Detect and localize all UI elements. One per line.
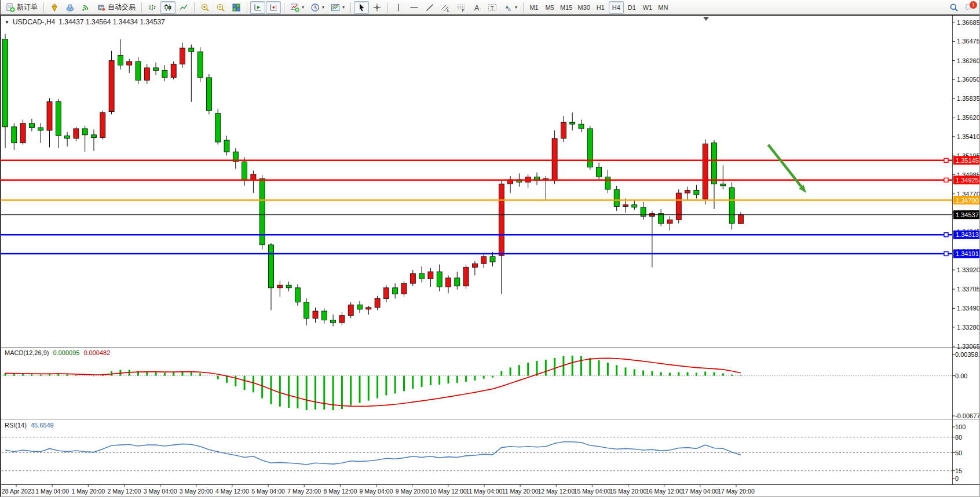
candle-body — [136, 61, 141, 80]
candle-body — [570, 122, 575, 124]
candle-body — [127, 61, 132, 65]
time-tick-label: 17 May 20:00 — [718, 488, 755, 495]
candle-body — [118, 55, 123, 65]
candle-body — [224, 140, 229, 152]
candle-body — [269, 245, 274, 288]
macd-tick-label: 0.00 — [955, 372, 967, 379]
time-tick-label: 3 May 20:00 — [180, 488, 213, 495]
candle-body — [286, 285, 291, 288]
hline-handle[interactable] — [944, 178, 948, 182]
price-tag-label: 1.34700 — [956, 197, 979, 204]
price-tick-label: 1.35410 — [957, 133, 980, 140]
arrow-annotation[interactable] — [768, 145, 806, 193]
candle-body — [348, 305, 353, 316]
candle-body — [685, 191, 690, 193]
time-tick-label: 16 May 12:00 — [646, 488, 683, 495]
time-tick-label: 1 May 20:00 — [71, 488, 105, 495]
candle-body — [694, 191, 699, 195]
candle-body — [357, 305, 363, 309]
candle-body — [321, 311, 327, 320]
rsi-value: 45.6549 — [31, 422, 54, 429]
price-tick-label: 1.36475 — [957, 38, 980, 45]
price-tick-label: 1.33065 — [957, 343, 980, 350]
candle-body — [100, 112, 105, 137]
candle-body — [65, 136, 70, 138]
rsi-label: RSI(14) 45.6549 — [5, 422, 54, 429]
chart-canvas[interactable]: 1.366851.364751.362601.360501.358351.356… — [1, 0, 980, 497]
rsi-tick-label: 50 — [955, 450, 962, 456]
time-tick-label: 1 May 04:00 — [35, 488, 69, 495]
chart-shift-marker[interactable] — [703, 17, 709, 21]
price-tag-label: 1.35145 — [956, 157, 979, 164]
chart-ohlc-values: 1.34437 1.34564 1.34434 1.34537 — [58, 18, 165, 26]
time-tick-label: 17 May 04:00 — [682, 488, 719, 495]
candle-body — [313, 311, 318, 318]
candle-body — [446, 278, 451, 287]
candle-body — [92, 135, 97, 138]
time-tick-label: 5 May 04:00 — [251, 488, 285, 495]
candle-body — [579, 124, 584, 129]
candle-body — [339, 316, 345, 323]
candle-body — [632, 204, 637, 207]
hline-handle[interactable] — [944, 252, 948, 256]
candle-body — [56, 102, 61, 136]
price-tag-label: 1.34101 — [956, 250, 979, 257]
candle-body — [738, 215, 743, 224]
price-tick-label: 1.36050 — [957, 76, 980, 83]
macd-tick-label: -0.006775 — [955, 412, 980, 419]
time-tick-label: 12 May 12:00 — [537, 488, 575, 495]
price-tick-label: 1.36685 — [957, 19, 980, 26]
rsi-panel: 1008050150 — [2, 423, 966, 482]
time-tick-label: 15 May 04:00 — [574, 488, 611, 495]
macd-label: MACD(12,26,9) 0.000095 0.000482 — [5, 349, 110, 356]
candle-body — [667, 220, 672, 223]
price-tick-label: 1.35835 — [957, 95, 980, 102]
candle-body — [428, 272, 433, 279]
candle-body — [703, 144, 708, 199]
candle-body — [153, 68, 159, 71]
candle-body — [375, 298, 380, 307]
candle-body — [206, 78, 211, 111]
rsi-name: RSI(14) — [5, 422, 27, 429]
candle-body — [597, 167, 602, 177]
time-tick-label: 9 May 20:00 — [396, 488, 429, 495]
time-tick-label: 11 May 20:00 — [502, 488, 539, 495]
price-tick-label: 1.33280 — [957, 324, 980, 331]
hline-handle[interactable] — [944, 158, 948, 162]
candle-body — [463, 267, 469, 286]
candle-body — [676, 193, 681, 220]
price-axis[interactable]: 1.366851.364751.362601.360501.358351.356… — [952, 19, 980, 350]
candle-body — [481, 257, 487, 264]
candle-body — [171, 64, 176, 78]
candle-body — [3, 39, 8, 127]
price-tick-label: 1.33920 — [957, 266, 980, 273]
macd-signal-value: 0.000482 — [83, 349, 110, 356]
rsi-tick-label: 15 — [955, 467, 962, 474]
time-tick-label: 11 May 04:00 — [466, 488, 503, 495]
horizontal-line-objects[interactable]: 1.351451.349251.347001.345371.343131.341… — [1, 156, 980, 258]
macd-main-value: 0.000095 — [53, 349, 79, 356]
candle-body — [29, 123, 34, 128]
hline-handle[interactable] — [944, 233, 948, 237]
candle-body — [712, 143, 717, 184]
candle-body — [472, 264, 477, 267]
candle-body — [277, 285, 283, 288]
time-tick-label: 10 May 12:00 — [430, 488, 467, 495]
candle-body — [419, 273, 425, 279]
mt4-window: 新订单自动交易▾▾▾EFAT▾M1M5M15M30H1H4D1W1MN1 1.3… — [0, 0, 980, 497]
time-axis[interactable]: 28 Apr 20231 May 04:001 May 20:002 May 1… — [2, 485, 755, 495]
price-tag-label: 1.34313 — [956, 231, 979, 238]
chart-collapse-icon[interactable]: ▼ — [5, 20, 9, 25]
rsi-tick-label: 100 — [955, 423, 966, 430]
time-tick-label: 4 May 12:00 — [215, 488, 249, 495]
time-tick-label: 15 May 20:00 — [610, 488, 647, 495]
candle-body — [331, 320, 336, 323]
price-tick-label: 1.33705 — [957, 286, 980, 293]
candle-body — [180, 48, 185, 64]
candle-body — [410, 273, 415, 283]
time-tick-label: 9 May 04:00 — [360, 488, 393, 495]
macd-signal-line — [5, 358, 741, 406]
candle-body — [304, 302, 309, 319]
time-tick-label: 28 Apr 2023 — [2, 488, 35, 495]
candle-body — [12, 127, 17, 143]
